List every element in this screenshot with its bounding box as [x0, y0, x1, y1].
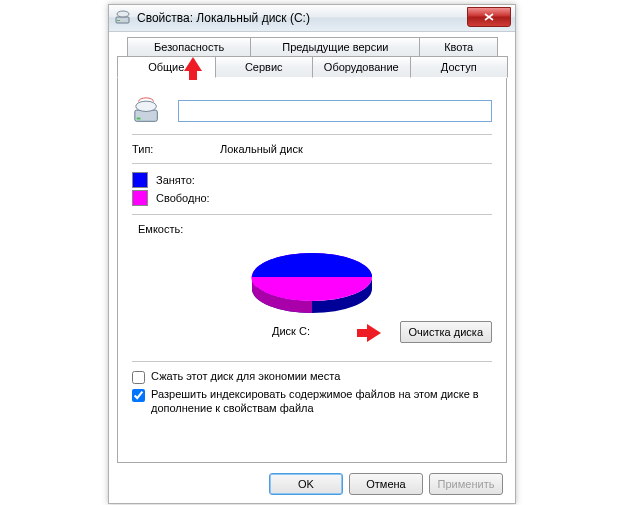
compress-checkbox[interactable]	[132, 371, 145, 384]
ok-button[interactable]: OK	[269, 473, 343, 495]
svg-point-5	[136, 101, 157, 111]
dialog-buttons: OK Отмена Применить	[269, 473, 503, 495]
disk-cleanup-button[interactable]: Очистка диска	[400, 321, 492, 343]
svg-rect-4	[137, 118, 141, 120]
capacity-label: Емкость:	[138, 223, 492, 235]
disk-label: Диск C:	[272, 325, 310, 337]
tab-row-back: Безопасность Предыдущие версии Квота	[117, 37, 507, 57]
legend-free-label: Свободно:	[156, 192, 210, 204]
legend-free-color	[132, 190, 148, 206]
tab-panel-general: Тип: Локальный диск Занято: Свободно: Ем…	[117, 78, 507, 463]
titlebar: Свойства: Локальный диск (C:)	[109, 5, 515, 32]
pie-chart	[132, 239, 492, 319]
svg-point-2	[117, 11, 129, 17]
separator	[132, 361, 492, 362]
separator	[132, 134, 492, 135]
drive-icon	[132, 96, 162, 126]
separator	[132, 214, 492, 215]
tab-previous-versions[interactable]: Предыдущие версии	[250, 37, 420, 57]
type-label: Тип:	[132, 143, 220, 155]
index-label: Разрешить индексировать содержимое файло…	[151, 388, 492, 416]
legend-used-label: Занято:	[156, 174, 195, 186]
annotation-arrow-up	[184, 57, 202, 71]
annotation-arrow-right	[367, 324, 381, 342]
cancel-button[interactable]: Отмена	[349, 473, 423, 495]
index-checkbox[interactable]	[132, 389, 145, 402]
tab-hardware[interactable]: Оборудование	[312, 56, 411, 78]
apply-button[interactable]: Применить	[429, 473, 503, 495]
tab-sharing[interactable]: Доступ	[410, 56, 509, 78]
tab-tools[interactable]: Сервис	[215, 56, 314, 78]
volume-name-input[interactable]	[178, 100, 492, 122]
drive-mini-icon	[115, 9, 131, 27]
separator	[132, 163, 492, 164]
compress-label: Сжать этот диск для экономии места	[151, 370, 340, 382]
type-value: Локальный диск	[220, 143, 303, 155]
tab-row-front: Общие Сервис Оборудование Доступ	[117, 56, 507, 78]
close-button[interactable]	[467, 7, 511, 27]
legend-used-color	[132, 172, 148, 188]
tab-security[interactable]: Безопасность	[127, 37, 251, 57]
tab-quota[interactable]: Квота	[419, 37, 498, 57]
svg-rect-1	[117, 20, 120, 21]
window-title: Свойства: Локальный диск (C:)	[137, 11, 310, 25]
